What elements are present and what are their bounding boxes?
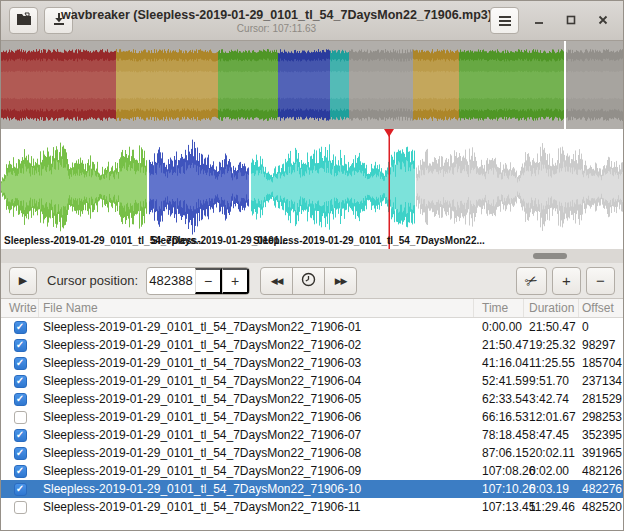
write-checkbox[interactable] [14,375,27,388]
track-row[interactable]: Sleepless-2019-01-29_0101_tl_54_7DaysMon… [1,498,623,516]
track-time: 0:00.00 [474,320,524,334]
track-file-name: Sleepless-2019-01-29_0101_tl_54_7DaysMon… [39,356,474,370]
zoom-in-button[interactable]: + [552,267,581,295]
track-time: 78:18.45 [474,428,524,442]
waveform-main-view[interactable]: Sleepless-2019-01-29_0101_tl_54_7Days...… [1,129,623,249]
track-duration: 9:51.70 [524,374,579,388]
maximize-icon [565,12,577,30]
track-file-name: Sleepless-2019-01-29_0101_tl_54_7DaysMon… [39,464,474,478]
track-row[interactable]: Sleepless-2019-01-29_0101_tl_54_7DaysMon… [1,318,623,336]
overview-waveform-svg [1,41,624,129]
track-duration: 12:01.67 [524,410,579,424]
seek-forward-icon: ▶▶ [335,276,347,286]
track-time: 66:16.53 [474,410,524,424]
track-row[interactable]: Sleepless-2019-01-29_0101_tl_54_7DaysMon… [1,408,623,426]
open-file-button[interactable] [9,7,38,34]
track-row[interactable]: Sleepless-2019-01-29_0101_tl_54_7DaysMon… [1,444,623,462]
track-time: 52:41.59 [474,374,524,388]
column-header-offset[interactable]: Offset [579,299,623,317]
cursor-position-input[interactable]: 482388 [147,268,195,294]
write-checkbox[interactable] [14,447,27,460]
column-header-duration[interactable]: Duration [524,299,579,317]
track-offset: 298253 [579,410,623,424]
write-checkbox[interactable] [14,483,27,496]
minimize-button[interactable] [527,9,551,33]
track-list-header: Write File Name Time Duration Offset [1,299,623,318]
column-header-time[interactable]: Time [474,299,524,317]
track-row[interactable]: Sleepless-2019-01-29_0101_tl_54_7DaysMon… [1,372,623,390]
maximize-button[interactable] [559,9,583,33]
window-subtitle: Cursor: 107:11.63 [237,23,316,34]
column-header-write[interactable]: Write [1,299,39,317]
window-title: wavbreaker (Sleepless-2019-01-29_0101_tl… [61,8,492,22]
track-time: 107:10.26 [474,482,524,496]
column-header-file-name[interactable]: File Name [39,299,474,317]
track-time: 62:33.54 [474,392,524,406]
track-duration: 0:02.00 [524,464,579,478]
track-offset: 98297 [579,338,623,352]
track-file-name: Sleepless-2019-01-29_0101_tl_54_7DaysMon… [39,500,474,514]
cursor-position-label: Cursor position: [47,273,138,288]
scissors-icon: ✂ [522,270,541,292]
track-offset: 0 [579,320,623,334]
close-button[interactable] [591,9,615,33]
track-file-name: Sleepless-2019-01-29_0101_tl_54_7DaysMon… [39,428,474,442]
seek-backward-icon: ◀◀ [271,276,283,286]
track-duration: 19:25.32 [524,338,579,352]
track-row[interactable]: Sleepless-2019-01-29_0101_tl_54_7DaysMon… [1,336,623,354]
add-break-button[interactable]: ✂ [516,267,547,295]
track-offset: 391965 [579,446,623,460]
track-row[interactable]: Sleepless-2019-01-29_0101_tl_54_7DaysMon… [1,426,623,444]
track-row[interactable]: Sleepless-2019-01-29_0101_tl_54_7DaysMon… [1,462,623,480]
write-checkbox[interactable] [14,429,27,442]
track-list-body: Sleepless-2019-01-29_0101_tl_54_7DaysMon… [1,318,623,516]
titlebar-text: wavbreaker (Sleepless-2019-01-29_0101_tl… [73,8,480,34]
track-offset: 482276 [579,482,623,496]
app-menu-button[interactable] [490,7,519,34]
track-duration: 20:02.11 [524,446,579,460]
track-row[interactable]: Sleepless-2019-01-29_0101_tl_54_7DaysMon… [1,480,623,498]
close-icon [597,12,609,30]
write-checkbox[interactable] [14,465,27,478]
play-icon: ▶ [19,274,27,287]
track-duration: 8:47.45 [524,428,579,442]
track-file-name: Sleepless-2019-01-29_0101_tl_54_7DaysMon… [39,320,474,334]
seek-button-group: ◀◀ ▶▶ [260,267,357,295]
track-file-name: Sleepless-2019-01-29_0101_tl_54_7DaysMon… [39,482,474,496]
seek-forward-button[interactable]: ▶▶ [324,267,357,295]
write-checkbox[interactable] [14,411,27,424]
track-file-name: Sleepless-2019-01-29_0101_tl_54_7DaysMon… [39,374,474,388]
waveform-scrollbar[interactable] [1,249,623,263]
track-time: 107:13.45 [474,500,524,514]
track-offset: 237134 [579,374,623,388]
track-time: 87:06.15 [474,446,524,460]
track-row[interactable]: Sleepless-2019-01-29_0101_tl_54_7DaysMon… [1,354,623,372]
track-duration: 11:25.55 [524,356,579,370]
track-duration: 11:29.46 [524,500,579,514]
play-button[interactable]: ▶ [9,267,37,295]
cursor-increment-button[interactable]: + [222,268,249,294]
hamburger-menu-icon [499,16,511,26]
segment-label: Sleepless-2019-01-29_0101_tl_54_7DaysMon… [253,235,485,246]
track-file-name: Sleepless-2019-01-29_0101_tl_54_7DaysMon… [39,338,474,352]
track-file-name: Sleepless-2019-01-29_0101_tl_54_7DaysMon… [39,392,474,406]
track-duration: 21:50.47 [524,320,579,334]
cursor-decrement-button[interactable]: − [195,268,222,294]
write-checkbox[interactable] [14,357,27,370]
zoom-out-button[interactable]: − [586,267,615,295]
write-checkbox[interactable] [14,339,27,352]
main-waveform-svg [1,129,624,249]
jump-to-time-button[interactable] [292,267,325,295]
write-checkbox[interactable] [14,393,27,406]
write-checkbox[interactable] [14,501,27,514]
track-row[interactable]: Sleepless-2019-01-29_0101_tl_54_7DaysMon… [1,390,623,408]
track-file-name: Sleepless-2019-01-29_0101_tl_54_7DaysMon… [39,410,474,424]
track-offset: 482126 [579,464,623,478]
cursor-position-spinbox: 482388 − + [146,267,250,295]
seek-backward-button[interactable]: ◀◀ [260,267,293,295]
scrollbar-thumb[interactable] [533,253,567,259]
waveform-overview[interactable] [1,41,623,129]
write-checkbox[interactable] [14,321,27,334]
track-list: Write File Name Time Duration Offset Sle… [1,299,623,531]
track-file-name: Sleepless-2019-01-29_0101_tl_54_7DaysMon… [39,446,474,460]
